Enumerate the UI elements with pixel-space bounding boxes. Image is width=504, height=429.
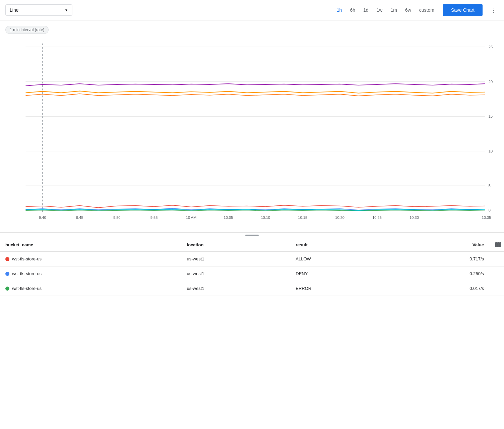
time-btn-1h[interactable]: 1h — [333, 5, 345, 15]
legend-table-body: wst-tls-store-us us-west1 ALLOW 0.717/s … — [0, 252, 504, 296]
legend-result-2: ERROR — [290, 281, 392, 296]
legend-section: bucket_name location result Value — [0, 232, 504, 296]
legend-value-1: 0.250/s — [392, 266, 489, 281]
time-btn-6w[interactable]: 6w — [402, 5, 415, 15]
legend-empty-2 — [489, 281, 504, 296]
columns-icon[interactable] — [495, 241, 501, 248]
svg-text:10:05: 10:05 — [224, 216, 233, 220]
svg-rect-26 — [497, 242, 499, 247]
legend-value-2: 0.017/s — [392, 281, 489, 296]
chart-svg: 25 20 15 10 5 0 9:40 9:45 9:50 9:55 10 A… — [5, 37, 499, 231]
chart-area: 25 20 15 10 5 0 9:40 9:45 9:50 9:55 10 A… — [5, 37, 499, 231]
legend-table-header: bucket_name location result Value — [0, 238, 504, 252]
legend-location-1: us-west1 — [182, 266, 291, 281]
legend-bucket-name-0: wst-tls-store-us — [0, 252, 182, 266]
legend-row: wst-tls-store-us us-west1 ALLOW 0.717/s — [0, 252, 504, 266]
legend-value-0: 0.717/s — [392, 252, 489, 266]
toolbar: Line ▼ 1h6h1d1w1m6wcustom Save Chart ⋮ — [0, 0, 504, 20]
legend-empty-1 — [489, 266, 504, 281]
svg-text:20: 20 — [489, 80, 493, 84]
orange-series-line-1 — [25, 91, 485, 93]
col-bucket-name: bucket_name — [0, 238, 182, 252]
red-series-line — [25, 205, 485, 207]
svg-rect-25 — [495, 242, 497, 247]
legend-location-2: us-west1 — [182, 281, 291, 296]
interval-badge: 1 min interval (rate) — [5, 26, 49, 34]
svg-text:5: 5 — [489, 184, 491, 188]
chart-type-dropdown[interactable]: Line ▼ — [5, 4, 72, 16]
svg-text:9:50: 9:50 — [113, 216, 121, 220]
svg-text:10:10: 10:10 — [261, 216, 270, 220]
svg-text:10:25: 10:25 — [372, 216, 382, 220]
time-btn-1w[interactable]: 1w — [373, 5, 386, 15]
series-color-dot-1 — [5, 272, 9, 276]
svg-text:25: 25 — [489, 45, 493, 49]
svg-text:10:35: 10:35 — [482, 216, 491, 220]
svg-rect-27 — [499, 242, 501, 247]
series-color-dot-0 — [5, 257, 9, 261]
legend-table: bucket_name location result Value — [0, 238, 504, 296]
svg-text:10:30: 10:30 — [410, 216, 419, 220]
scroll-handle-bar — [245, 235, 259, 236]
time-btn-1d[interactable]: 1d — [360, 5, 372, 15]
legend-row: wst-tls-store-us us-west1 ERROR 0.017/s — [0, 281, 504, 296]
purple-series-line — [25, 84, 485, 86]
col-icon[interactable] — [489, 238, 504, 252]
legend-bucket-name-1: wst-tls-store-us — [0, 266, 182, 281]
chart-type-label: Line — [10, 7, 18, 13]
time-btn-1m[interactable]: 1m — [387, 5, 400, 15]
time-controls: 1h6h1d1w1m6wcustom — [333, 5, 438, 15]
legend-location-0: us-west1 — [182, 252, 291, 266]
svg-text:10:20: 10:20 — [335, 216, 344, 220]
col-value: Value — [392, 238, 489, 252]
svg-text:0: 0 — [489, 208, 491, 212]
chevron-down-icon: ▼ — [65, 8, 68, 12]
legend-result-0: ALLOW — [290, 252, 392, 266]
svg-text:9:45: 9:45 — [76, 216, 83, 220]
scroll-handle — [0, 233, 504, 238]
svg-text:10:15: 10:15 — [298, 216, 307, 220]
more-options-button[interactable]: ⋮ — [488, 5, 499, 15]
save-chart-button[interactable]: Save Chart — [443, 4, 483, 16]
more-icon: ⋮ — [490, 6, 496, 14]
time-btn-custom[interactable]: custom — [416, 5, 438, 15]
legend-empty-0 — [489, 252, 504, 266]
svg-text:10 AM: 10 AM — [186, 216, 196, 220]
svg-text:9:40: 9:40 — [39, 216, 46, 220]
time-btn-6h[interactable]: 6h — [346, 5, 359, 15]
svg-text:9:55: 9:55 — [150, 216, 158, 220]
orange-series-line-2 — [25, 94, 485, 96]
col-location: location — [182, 238, 291, 252]
col-result: result — [290, 238, 392, 252]
legend-row: wst-tls-store-us us-west1 DENY 0.250/s — [0, 266, 504, 281]
svg-text:15: 15 — [489, 114, 493, 118]
legend-result-1: DENY — [290, 266, 392, 281]
chart-container: 1 min interval (rate) 25 20 15 10 5 0 9:… — [0, 20, 504, 231]
series-color-dot-2 — [5, 287, 9, 291]
legend-bucket-name-2: wst-tls-store-us — [0, 281, 182, 296]
svg-text:10: 10 — [489, 149, 493, 153]
